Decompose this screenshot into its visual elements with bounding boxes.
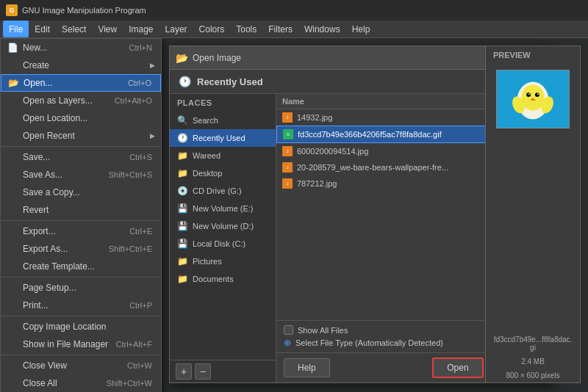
jpg-icon-4: J	[282, 178, 294, 189]
dialog-title: Open Image	[193, 53, 241, 63]
remove-place-button[interactable]: −	[195, 363, 211, 380]
menu-open-layers[interactable]: Open as Layers... Ctrl+Alt+O	[1, 92, 161, 109]
separator-1	[1, 146, 161, 147]
places-panel: Places 🔍 Search 🕐 Recently Used 📁 Wareed	[170, 94, 276, 382]
menu-close-all[interactable]: Close All Shift+Ctrl+W	[1, 374, 161, 392]
volume-d-icon: 💾	[177, 221, 188, 231]
select-file-type-label: Select File Type (Automatically Detected…	[295, 338, 443, 347]
menu-view[interactable]: View	[92, 21, 123, 37]
places-header: Places	[170, 94, 276, 112]
preview-image-area	[486, 64, 580, 333]
svg-point-5	[528, 93, 530, 95]
volume-e-icon: 💾	[177, 203, 188, 214]
recently-used-title: Recently Used	[197, 76, 263, 87]
documents-icon: 📁	[177, 274, 188, 284]
menu-new[interactable]: 📄 New... Ctrl+N	[1, 39, 161, 57]
file-menu-dropdown: 📄 New... Ctrl+N Create 📂 Open... Ctrl+O …	[0, 38, 162, 392]
preview-dimensions: 800 × 600 pixels	[486, 369, 580, 382]
open-button[interactable]: Open	[432, 357, 483, 378]
preview-thumbnail	[496, 70, 570, 128]
menu-select[interactable]: Select	[56, 21, 92, 37]
menu-save-copy[interactable]: Save a Copy...	[1, 184, 161, 201]
pictures-icon: 📁	[177, 256, 188, 266]
menu-tools[interactable]: Tools	[230, 21, 262, 37]
menu-revert[interactable]: Revert	[1, 201, 161, 219]
gif-icon-1: G	[283, 129, 295, 139]
menu-windows[interactable]: Windows	[298, 21, 346, 37]
menu-open-recent[interactable]: Open Recent	[1, 127, 161, 145]
show-all-files-label: Show All Files	[298, 326, 348, 335]
menu-save[interactable]: Save... Ctrl+S	[1, 148, 161, 166]
preview-panel: Preview	[485, 46, 581, 383]
help-button[interactable]: Help	[284, 358, 330, 377]
menu-print[interactable]: Print... Ctrl+P	[1, 297, 161, 314]
recently-used-icon: 🕐	[179, 76, 191, 87]
places-item-desktop[interactable]: 📁 Desktop	[170, 164, 276, 182]
separator-3	[1, 277, 161, 277]
folder-wareed-icon: 📁	[177, 150, 188, 161]
places-item-vol-e[interactable]: 💾 New Volume (E:)	[170, 200, 276, 217]
show-all-files-checkbox[interactable]	[284, 325, 293, 335]
menu-filters[interactable]: Filters	[262, 21, 298, 37]
places-item-pictures[interactable]: 📁 Pictures	[170, 253, 276, 270]
open-icon: 📂	[7, 77, 19, 89]
recently-used-places-icon: 🕐	[177, 133, 188, 143]
separator-5	[1, 355, 161, 355]
places-item-recently-used[interactable]: 🕐 Recently Used	[170, 129, 276, 147]
dialog-folder-icon: 📂	[176, 52, 188, 64]
places-item-cd-drive[interactable]: 💿 CD Drive (G:)	[170, 182, 276, 200]
cd-drive-icon: 💿	[177, 186, 188, 196]
preview-header: Preview	[486, 46, 580, 64]
jpg-icon-2: J	[282, 146, 294, 156]
separator-2	[1, 220, 161, 221]
svg-point-2	[521, 84, 544, 110]
menu-create-template[interactable]: Create Template...	[1, 258, 161, 275]
places-add-remove: + −	[170, 360, 276, 382]
new-icon: 📄	[7, 42, 18, 54]
menu-export-as[interactable]: Export As... Shift+Ctrl+E	[1, 240, 161, 258]
select-file-type-icon: ⊕	[284, 338, 291, 348]
svg-point-3	[526, 92, 531, 97]
menu-layer[interactable]: Layer	[159, 21, 193, 37]
menu-edit[interactable]: Edit	[29, 21, 56, 37]
menu-show-file-manager[interactable]: Show in File Manager Ctrl+Alt+F	[1, 335, 161, 353]
menu-export[interactable]: Export... Ctrl+E	[1, 222, 161, 240]
places-item-wareed[interactable]: 📁 Wareed	[170, 147, 276, 164]
jpg-icon-3: J	[282, 162, 294, 173]
places-item-local-c[interactable]: 💾 Local Disk (C:)	[170, 235, 276, 253]
places-item-search[interactable]: 🔍 Search	[170, 112, 276, 129]
places-item-documents[interactable]: 📁 Documents	[170, 270, 276, 288]
svg-point-4	[535, 92, 539, 97]
menu-create[interactable]: Create	[1, 57, 161, 74]
col-name-header: Name	[282, 97, 497, 106]
dialog-overlay: 📂 Open Image ✕ 🕐 Recently Used Places 🔍 …	[162, 38, 588, 392]
search-icon: 🔍	[177, 115, 188, 126]
jpg-icon-1: J	[282, 112, 294, 123]
menu-help[interactable]: Help	[346, 21, 376, 37]
places-item-vol-d[interactable]: 💾 New Volume (D:)	[170, 217, 276, 235]
menu-colors[interactable]: Colors	[193, 21, 231, 37]
menu-close-view[interactable]: Close View Ctrl+W	[1, 357, 161, 374]
menu-bar: File Edit Select View Image Layer Colors…	[0, 21, 588, 38]
folder-desktop-icon: 📁	[177, 168, 188, 178]
preview-filesize: 2.4 MB	[486, 355, 580, 369]
menu-save-as[interactable]: Save As... Shift+Ctrl+S	[1, 166, 161, 184]
menu-open[interactable]: 📂 Open... Ctrl+O	[1, 74, 161, 92]
title-bar: G GNU Image Manipulation Program	[0, 0, 588, 21]
main-body: 📄 New... Ctrl+N Create 📂 Open... Ctrl+O …	[0, 38, 588, 392]
local-disk-icon: 💾	[177, 239, 188, 249]
separator-4	[1, 316, 161, 316]
menu-open-location[interactable]: Open Location...	[1, 109, 161, 127]
app-icon: G	[6, 4, 18, 16]
add-place-button[interactable]: +	[176, 363, 192, 380]
app-title: GNU Image Manipulation Program	[22, 6, 146, 15]
menu-copy-image-location[interactable]: Copy Image Location	[1, 318, 161, 335]
menu-file[interactable]: File	[3, 21, 29, 37]
menu-page-setup[interactable]: Page Setup...	[1, 279, 161, 297]
preview-filename: fd3ccd7b49e...f8fa8dac.gi	[486, 333, 580, 355]
svg-point-6	[537, 93, 539, 95]
menu-image[interactable]: Image	[123, 21, 159, 37]
